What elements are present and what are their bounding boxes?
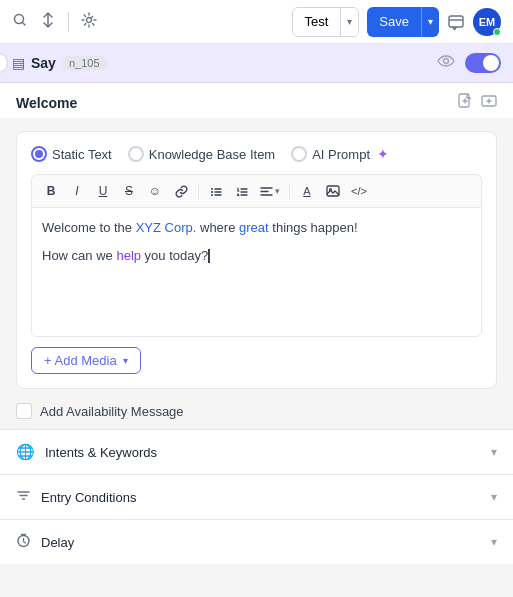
svg-point-8 [211, 194, 213, 196]
intents-icon: 🌐 [16, 443, 35, 461]
toggle-switch[interactable] [465, 53, 501, 73]
svg-point-7 [211, 191, 213, 193]
section-title-row: Welcome [0, 83, 513, 119]
avatar[interactable]: EM [473, 8, 501, 36]
svg-point-6 [211, 188, 213, 190]
editor-text-things: things happen! [269, 220, 358, 235]
toolbar-divider [68, 12, 69, 32]
save-main-button[interactable]: Save [367, 7, 422, 37]
eye-icon[interactable] [437, 52, 455, 74]
variable-button[interactable]: A [296, 180, 318, 202]
ai-star-icon: ✦ [377, 146, 389, 162]
editor-divider-1 [198, 183, 199, 199]
delay-icon [16, 533, 31, 551]
text-cursor [208, 249, 210, 263]
add-media-button[interactable]: + Add Media ▾ [31, 347, 141, 374]
editor-toolbar: B I U S ☺ [31, 174, 482, 207]
add-media-chevron: ▾ [123, 355, 128, 366]
underline-button[interactable]: U [92, 180, 114, 202]
editor-text-xyz: XYZ Corp. [136, 220, 197, 235]
conditions-icon [16, 488, 31, 506]
section-title-text: Welcome [16, 95, 77, 111]
settings-icon[interactable] [81, 12, 97, 32]
editor-text-where: where [196, 220, 239, 235]
radio-knowledge-outer [128, 146, 144, 162]
availability-row: Add Availability Message [16, 403, 497, 419]
editor-text-you: you today? [141, 248, 208, 263]
radio-ai-label: AI Prompt [312, 147, 370, 162]
radio-static-text[interactable]: Static Text [31, 146, 112, 162]
availability-label: Add Availability Message [40, 404, 184, 419]
test-dropdown-button[interactable]: ▾ [341, 8, 358, 36]
editor-text-welcome: Welcome to the [42, 220, 136, 235]
image-button[interactable] [322, 180, 344, 202]
node-icon: ▤ [12, 55, 25, 71]
accordion-conditions[interactable]: Entry Conditions ▾ [0, 474, 513, 519]
editor-text-great: great [239, 220, 269, 235]
avatar-status-dot [493, 28, 501, 36]
accordion-delay[interactable]: Delay ▾ [0, 519, 513, 564]
radio-knowledge-base[interactable]: Knowledge Base Item [128, 146, 275, 162]
emoji-button[interactable]: ☺ [144, 180, 166, 202]
radio-static-label: Static Text [52, 147, 112, 162]
toolbar-right: Test ▾ Save ▾ EM [292, 7, 501, 37]
link-button[interactable] [170, 180, 192, 202]
intents-chevron-icon: ▾ [491, 445, 497, 459]
conditions-label: Entry Conditions [41, 490, 491, 505]
svg-rect-9 [327, 186, 339, 196]
editor-area[interactable]: Welcome to the XYZ Corp. where great thi… [31, 207, 482, 337]
save-button[interactable]: Save ▾ [367, 7, 439, 37]
delay-label: Delay [41, 535, 491, 550]
radio-static-inner [35, 150, 43, 158]
add-section-icon[interactable] [481, 93, 497, 112]
radio-static-outer [31, 146, 47, 162]
delay-chevron-icon: ▾ [491, 535, 497, 549]
svg-point-3 [444, 59, 449, 64]
code-button[interactable]: </> [348, 180, 370, 202]
editor-text-how: How can we [42, 248, 116, 263]
intents-label: Intents & Keywords [45, 445, 491, 460]
swap-icon[interactable] [40, 12, 56, 32]
add-file-icon[interactable] [457, 93, 473, 112]
add-media-label: + Add Media [44, 353, 117, 368]
node-header: ‹ ▤ Say n_105 [0, 44, 513, 83]
unordered-list-button[interactable] [205, 180, 227, 202]
test-button[interactable]: Test ▾ [292, 7, 360, 37]
say-card: Static Text Knowledge Base Item AI Promp… [16, 131, 497, 389]
toolbar-left-icons [12, 12, 284, 32]
add-media-wrapper: + Add Media ▾ [31, 337, 482, 374]
test-main-button[interactable]: Test [293, 8, 342, 36]
ordered-list-button[interactable] [231, 180, 253, 202]
conditions-chevron-icon: ▾ [491, 490, 497, 504]
editor-line-1: Welcome to the XYZ Corp. where great thi… [42, 218, 471, 238]
node-badge: n_105 [62, 56, 107, 70]
search-icon[interactable] [12, 12, 28, 32]
bold-button[interactable]: B [40, 180, 62, 202]
node-title: Say [31, 55, 56, 71]
strikethrough-button[interactable]: S [118, 180, 140, 202]
collapse-button[interactable]: ‹ [0, 53, 8, 73]
italic-button[interactable]: I [66, 180, 88, 202]
node-header-right [437, 52, 501, 74]
radio-group: Static Text Knowledge Base Item AI Promp… [31, 146, 482, 162]
save-dropdown-button[interactable]: ▾ [422, 7, 439, 37]
toggle-knob [483, 55, 499, 71]
editor-divider-2 [289, 183, 290, 199]
svg-rect-2 [449, 16, 463, 27]
editor-line-2: How can we help you today? [42, 246, 471, 266]
section-title-icons [457, 93, 497, 112]
align-dropdown[interactable]: ▾ [257, 183, 283, 200]
availability-checkbox[interactable] [16, 403, 32, 419]
editor-text-help: help [116, 248, 141, 263]
radio-knowledge-label: Knowledge Base Item [149, 147, 275, 162]
accordion-intents[interactable]: 🌐 Intents & Keywords ▾ [0, 429, 513, 474]
message-icon[interactable] [447, 13, 465, 31]
radio-ai-outer [291, 146, 307, 162]
radio-ai-prompt[interactable]: AI Prompt ✦ [291, 146, 389, 162]
toolbar: Test ▾ Save ▾ EM [0, 0, 513, 44]
